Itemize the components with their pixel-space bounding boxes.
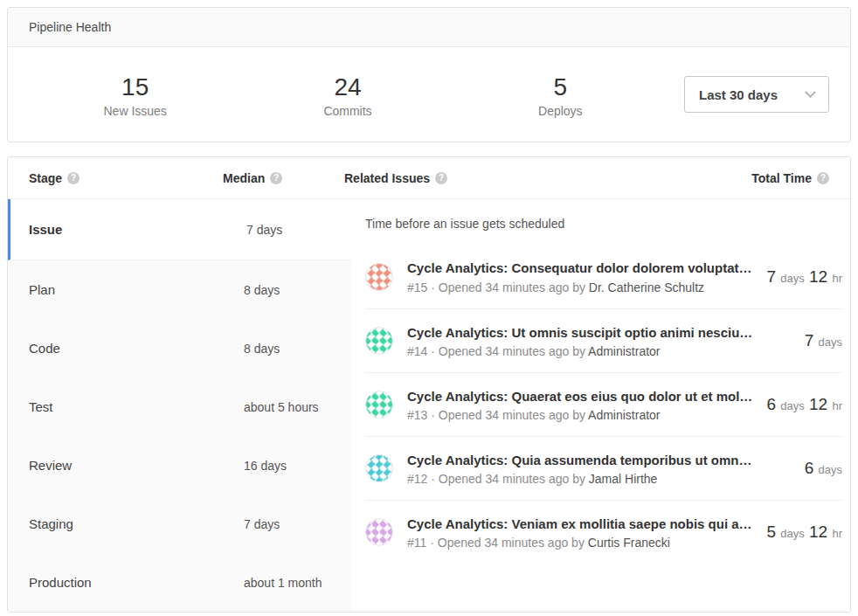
issue-meta: #13 · Opened 34 minutes ago by Administr… bbox=[407, 408, 752, 422]
stage-row-issue[interactable]: Issue 7 days bbox=[8, 199, 351, 260]
issue-opened-text: · Opened 34 minutes ago by bbox=[431, 280, 585, 294]
time-unit: days bbox=[819, 463, 842, 476]
issue-row: Cycle Analytics: Quia assumenda temporib… bbox=[365, 436, 842, 500]
column-header-related-issues: Related Issues ? bbox=[330, 171, 751, 185]
issue-author-link[interactable]: Dr. Catherine Schultz bbox=[589, 280, 704, 294]
issue-total-time: 6 days 12 hr bbox=[766, 395, 842, 414]
issue-row: Cycle Analytics: Consequatur dolor dolor… bbox=[365, 245, 842, 308]
author-avatar[interactable] bbox=[365, 518, 393, 546]
issue-author-link[interactable]: Curtis Franecki bbox=[588, 536, 670, 550]
issue-ref-link[interactable]: #12 bbox=[407, 472, 427, 486]
stage-median: 16 days bbox=[244, 459, 287, 473]
stage-median: 8 days bbox=[244, 283, 280, 297]
stat-commits-label: Commits bbox=[241, 104, 453, 118]
time-unit: days bbox=[780, 272, 804, 285]
issue-total-time: 7 days bbox=[805, 331, 842, 350]
help-icon[interactable]: ? bbox=[817, 172, 829, 184]
author-avatar[interactable] bbox=[365, 454, 393, 482]
stage-name: Code bbox=[29, 341, 244, 356]
stat-new-issues-label: New Issues bbox=[29, 104, 241, 118]
stage-median: about 5 hours bbox=[244, 400, 319, 414]
stat-new-issues: 15 New Issues bbox=[29, 72, 241, 118]
stage-description: Time before an issue gets scheduled bbox=[365, 199, 842, 245]
issue-row: Cycle Analytics: Ut omnis suscipit optio… bbox=[365, 308, 842, 372]
issue-ref-link[interactable]: #13 bbox=[407, 408, 427, 422]
time-unit: days bbox=[819, 336, 842, 349]
time-value: 6 bbox=[805, 459, 814, 477]
issue-title-link[interactable]: Cycle Analytics: Consequatur dolor dolor… bbox=[407, 259, 752, 278]
issue-opened-text: · Opened 34 minutes ago by bbox=[430, 536, 585, 550]
issue-ref-link[interactable]: #14 bbox=[407, 344, 427, 358]
issue-opened-text: · Opened 34 minutes ago by bbox=[431, 344, 585, 358]
stage-row-staging[interactable]: Staging 7 days bbox=[8, 495, 351, 553]
author-avatar[interactable] bbox=[365, 391, 393, 419]
author-avatar[interactable] bbox=[365, 327, 393, 355]
stage-name: Production bbox=[29, 575, 244, 590]
related-issues-header-label: Related Issues bbox=[344, 171, 430, 185]
pipeline-health-title: Pipeline Health bbox=[8, 8, 850, 47]
author-avatar[interactable] bbox=[365, 263, 393, 291]
issue-total-time: 5 days 12 hr bbox=[766, 523, 842, 542]
stage-row-production[interactable]: Production about 1 month bbox=[8, 553, 351, 612]
time-value: 5 bbox=[766, 523, 776, 541]
stat-deploys: 5 Deploys bbox=[454, 72, 667, 118]
stage-median: 7 days bbox=[246, 223, 282, 237]
total-time-header-label: Total Time bbox=[751, 171, 812, 185]
related-issues-list: Time before an issue gets scheduled Cycl… bbox=[351, 199, 858, 612]
stage-median: about 1 month bbox=[244, 576, 322, 590]
stage-row-test[interactable]: Test about 5 hours bbox=[8, 377, 351, 436]
help-icon[interactable]: ? bbox=[270, 172, 282, 184]
time-unit: hr bbox=[832, 399, 842, 412]
issue-title-link[interactable]: Cycle Analytics: Quaerat eos eius quo do… bbox=[407, 387, 752, 406]
stat-deploys-label: Deploys bbox=[454, 104, 667, 118]
issue-title-link[interactable]: Cycle Analytics: Ut omnis suscipit optio… bbox=[407, 323, 791, 343]
stage-name: Plan bbox=[29, 282, 244, 297]
column-header-stage: Stage ? bbox=[8, 171, 223, 185]
stage-row-code[interactable]: Code 8 days bbox=[8, 319, 351, 377]
summary-stats: 15 New Issues 24 Commits 5 Deploys bbox=[29, 72, 667, 118]
stat-commits-value: 24 bbox=[241, 72, 453, 102]
time-unit: hr bbox=[832, 527, 842, 540]
issue-author-link[interactable]: Administrator bbox=[588, 408, 660, 422]
issue-author-link[interactable]: Jamal Hirthe bbox=[589, 472, 658, 486]
stat-new-issues-value: 15 bbox=[29, 72, 241, 102]
median-header-label: Median bbox=[223, 171, 265, 185]
stage-header-label: Stage bbox=[29, 171, 62, 185]
issue-title-link[interactable]: Cycle Analytics: Veniam ex mollitia saep… bbox=[407, 515, 752, 534]
stages-panel-body: Issue 7 days Plan 8 days Code 8 days Tes… bbox=[8, 199, 850, 612]
stage-median: 8 days bbox=[244, 342, 280, 356]
date-range-dropdown[interactable]: Last 30 days bbox=[684, 76, 829, 113]
summary-row: 15 New Issues 24 Commits 5 Deploys Last … bbox=[8, 47, 850, 142]
stat-deploys-value: 5 bbox=[454, 72, 667, 102]
help-icon[interactable]: ? bbox=[67, 172, 80, 184]
issue-ref-link[interactable]: #15 bbox=[407, 280, 427, 294]
issue-author-link[interactable]: Administrator bbox=[588, 344, 660, 358]
issue-ref-link[interactable]: #11 bbox=[407, 536, 426, 550]
date-range-selected: Last 30 days bbox=[699, 87, 778, 102]
stage-row-review[interactable]: Review 16 days bbox=[8, 436, 351, 495]
time-value: 6 bbox=[766, 395, 776, 413]
issue-meta: #15 · Opened 34 minutes ago by Dr. Cathe… bbox=[407, 280, 752, 294]
time-value: 12 bbox=[809, 395, 827, 413]
stage-name: Review bbox=[29, 458, 244, 473]
column-header-median: Median ? bbox=[223, 171, 330, 185]
stage-name: Staging bbox=[29, 516, 244, 531]
issue-meta: #12 · Opened 34 minutes ago by Jamal Hir… bbox=[407, 472, 791, 486]
issue-title-link[interactable]: Cycle Analytics: Quia assumenda temporib… bbox=[407, 451, 791, 470]
issue-meta: #14 · Opened 34 minutes ago by Administr… bbox=[407, 344, 791, 358]
stage-name: Test bbox=[29, 399, 244, 414]
time-unit: days bbox=[780, 527, 804, 540]
issue-text: Cycle Analytics: Consequatur dolor dolor… bbox=[407, 259, 766, 294]
issue-text: Cycle Analytics: Quaerat eos eius quo do… bbox=[407, 387, 766, 423]
issue-total-time: 6 days bbox=[805, 459, 842, 478]
help-icon[interactable]: ? bbox=[435, 172, 447, 184]
time-value: 12 bbox=[809, 267, 827, 286]
chevron-down-icon bbox=[805, 87, 816, 98]
issue-meta: #11 · Opened 34 minutes ago by Curtis Fr… bbox=[407, 536, 752, 550]
time-value: 7 bbox=[805, 331, 814, 350]
issue-text: Cycle Analytics: Veniam ex mollitia saep… bbox=[407, 515, 766, 550]
issue-text: Cycle Analytics: Ut omnis suscipit optio… bbox=[407, 323, 805, 359]
issue-row: Cycle Analytics: Quaerat eos eius quo do… bbox=[365, 372, 842, 436]
stage-row-plan[interactable]: Plan 8 days bbox=[8, 260, 351, 319]
stage-name: Issue bbox=[29, 222, 246, 237]
